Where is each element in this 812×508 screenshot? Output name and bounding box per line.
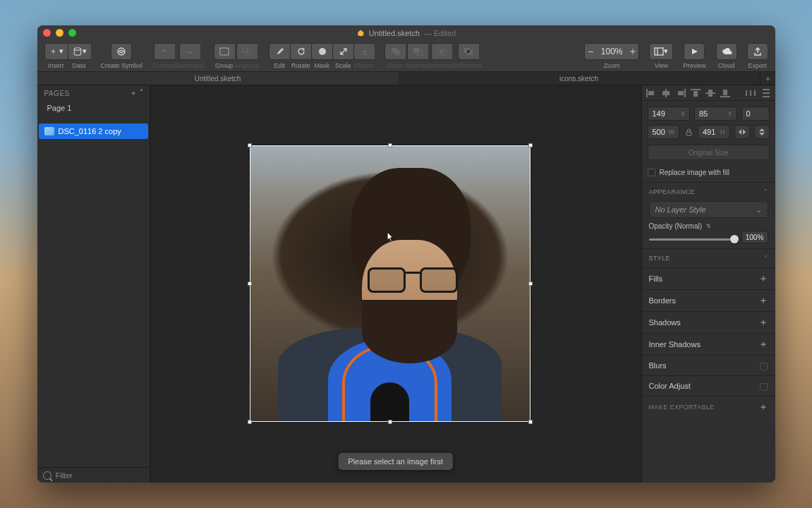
new-tab-button[interactable]: ＋ [760, 72, 775, 85]
align-left-icon[interactable] [646, 89, 656, 97]
svg-rect-12 [467, 50, 470, 53]
distribute-v-icon[interactable] [761, 89, 771, 97]
selection-handle[interactable] [528, 282, 533, 286]
rotation-input[interactable] [741, 107, 770, 121]
data-button[interactable]: ▾ [68, 43, 91, 60]
blend-mode-button[interactable]: ⇅ [706, 223, 711, 229]
svg-rect-24 [708, 90, 713, 97]
toggle-icon[interactable]: ▢ [759, 380, 768, 392]
opacity-label: Opacity (Normal) [649, 222, 703, 230]
make-exportable-row[interactable]: MAKE EXPORTABLE ＋ [642, 396, 775, 418]
difference-button[interactable] [458, 43, 479, 60]
add-icon[interactable]: ＋ [758, 272, 768, 285]
layer-style-select[interactable]: No Layer Style ⌄ [649, 201, 768, 218]
group-button[interactable] [214, 43, 235, 60]
height-input[interactable]: H [698, 125, 730, 139]
width-input[interactable]: W [648, 125, 680, 139]
view-button[interactable]: ▾ [649, 43, 673, 60]
chevron-down-icon[interactable]: ˅ [764, 188, 768, 195]
layer-row-selected[interactable]: DSC_0116 2 copy [39, 123, 148, 139]
collapse-pages-button[interactable]: ˄ [140, 88, 144, 98]
backward-icon [185, 47, 195, 56]
cloud-button[interactable] [716, 43, 737, 60]
align-right-icon[interactable] [676, 89, 686, 97]
svg-rect-20 [678, 91, 684, 95]
selection-handle[interactable] [248, 420, 252, 424]
toast-message: Please select an image first [338, 453, 453, 470]
inner-shadows-row[interactable]: Inner Shadows＋ [642, 333, 775, 355]
rotate-icon [296, 47, 306, 56]
export-button[interactable] [747, 43, 768, 60]
zoom-value[interactable]: 100% [601, 47, 623, 56]
tab-icons[interactable]: icons.sketch [399, 72, 760, 85]
y-input[interactable]: Y [694, 107, 737, 121]
selection-handle[interactable] [248, 143, 252, 147]
intersect-button[interactable] [431, 43, 452, 60]
insert-button[interactable]: ＋ ▾ [44, 43, 68, 60]
export-icon [753, 47, 762, 56]
selection-handle[interactable] [248, 282, 252, 286]
borders-row[interactable]: Borders＋ [642, 289, 775, 311]
scale-button[interactable] [332, 43, 353, 60]
canvas[interactable]: Please select an image first [150, 85, 641, 483]
add-icon[interactable]: ＋ [758, 401, 768, 413]
layer-filter[interactable]: Filter [37, 467, 150, 483]
toggle-icon[interactable]: ▢ [759, 360, 768, 371]
opacity-value[interactable]: 100% [741, 231, 768, 243]
svg-rect-32 [763, 96, 770, 97]
align-vcenter-icon[interactable] [705, 89, 715, 97]
blurs-row[interactable]: Blurs▢ [642, 355, 775, 375]
view-icon [654, 47, 664, 56]
flip-horizontal-button[interactable] [734, 125, 750, 139]
selection-handle[interactable] [528, 420, 533, 424]
add-icon[interactable]: ＋ [758, 294, 768, 307]
fullscreen-window-button[interactable] [68, 29, 76, 37]
color-adjust-row[interactable]: Color Adjust▢ [642, 375, 775, 396]
add-page-button[interactable]: ＋ [130, 88, 138, 98]
subtract-button[interactable] [407, 43, 428, 60]
app-window: Untitled.sketch — Edited ＋ ▾Insert ▾Data… [37, 25, 775, 483]
backward-button[interactable] [179, 43, 200, 60]
shadows-row[interactable]: Shadows＋ [642, 311, 775, 333]
chevron-down-icon[interactable]: ˅ [764, 255, 768, 262]
page-item[interactable]: Page 1 [37, 101, 150, 115]
distribute-h-icon[interactable] [746, 89, 756, 97]
align-top-icon[interactable] [691, 89, 701, 97]
align-bottom-icon[interactable] [720, 89, 730, 97]
selection-handle[interactable] [388, 420, 392, 424]
ungroup-button[interactable] [236, 43, 257, 60]
pages-header: PAGES [44, 90, 70, 97]
forward-button[interactable] [154, 43, 175, 60]
zoom-out-button[interactable]: − [584, 43, 597, 60]
tab-bar: Untitled.sketch icons.sketch ＋ [37, 72, 775, 85]
close-window-button[interactable] [43, 29, 51, 37]
forward-icon [159, 47, 169, 56]
svg-rect-3 [246, 51, 251, 55]
mask-button[interactable] [311, 43, 332, 60]
add-icon[interactable]: ＋ [758, 338, 768, 351]
difference-icon [463, 47, 473, 56]
create-symbol-button[interactable] [111, 43, 132, 60]
group-label: Group [215, 62, 233, 69]
preview-button[interactable] [684, 43, 705, 60]
rotate-button[interactable] [290, 43, 311, 60]
selection-handle[interactable] [388, 143, 392, 147]
zoom-in-button[interactable]: ＋ [626, 43, 639, 60]
tab-untitled[interactable]: Untitled.sketch [37, 72, 399, 85]
selected-image[interactable] [250, 145, 531, 422]
opacity-slider[interactable] [649, 234, 737, 244]
union-button[interactable] [384, 43, 406, 60]
minimize-window-button[interactable] [56, 29, 63, 37]
x-input[interactable]: X [648, 107, 691, 121]
fills-row[interactable]: Fills＋ [642, 267, 775, 289]
selection-handle[interactable] [528, 143, 533, 147]
lock-aspect-button[interactable] [684, 125, 693, 139]
align-hcenter-icon[interactable] [661, 89, 671, 97]
edit-button[interactable] [269, 43, 290, 60]
flip-vertical-button[interactable] [754, 125, 770, 139]
add-icon[interactable]: ＋ [758, 316, 768, 329]
edit-icon [276, 47, 284, 56]
original-size-button[interactable]: Original Size [648, 145, 770, 160]
flatten-button[interactable] [353, 43, 375, 60]
replace-image-checkbox[interactable]: Replace image with fill [648, 166, 770, 179]
